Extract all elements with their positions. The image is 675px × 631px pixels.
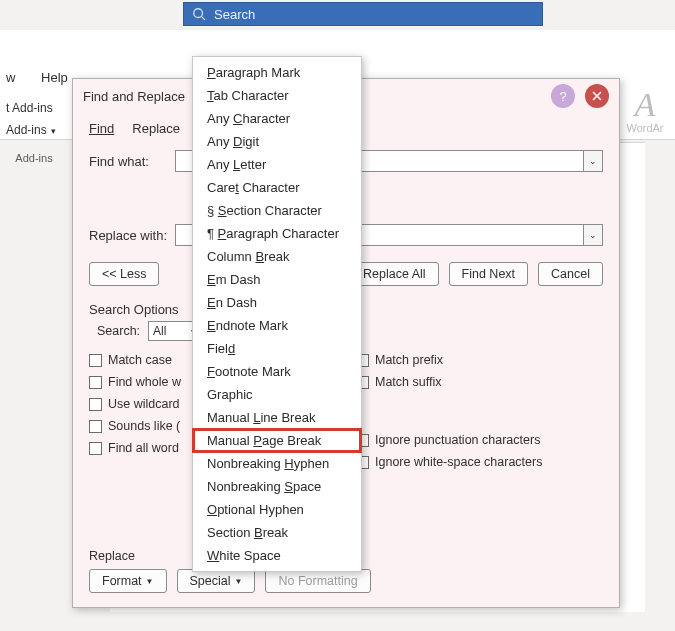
replace-all-button[interactable]: Replace All	[350, 262, 439, 286]
menu-item-any-digit[interactable]: Any Digit	[193, 130, 361, 153]
ribbon-tab-help[interactable]: Help	[41, 70, 68, 85]
checkbox-label: Ignore white-space characters	[375, 455, 542, 469]
addins-group: t Add-ins Add-ins▾	[0, 98, 70, 142]
svg-line-1	[202, 17, 206, 21]
special-menu: Paragraph MarkTab CharacterAny Character…	[192, 56, 362, 572]
menu-item-white-space[interactable]: White Space	[193, 544, 361, 567]
search-direction-label: Search:	[97, 324, 140, 338]
checkbox-label: Match prefix	[375, 353, 443, 367]
checkbox-label: Use wildcard	[108, 397, 180, 411]
checkbox-label: Ignore punctuation characters	[375, 433, 540, 447]
chevron-down-icon: ▾	[51, 126, 56, 136]
replace-with-dropdown[interactable]: ⌄	[583, 224, 603, 246]
less-button[interactable]: << Less	[89, 262, 159, 286]
no-formatting-button[interactable]: No Formatting	[265, 569, 370, 593]
search-placeholder: Search	[214, 7, 255, 22]
option-ignore-white-space-characters[interactable]: Ignore white-space characters	[356, 451, 603, 473]
checkbox-label: Find all word	[108, 441, 179, 455]
find-what-label: Find what:	[89, 154, 175, 169]
help-button[interactable]: ?	[551, 84, 575, 108]
menu-item-tab-character[interactable]: Tab Character	[193, 84, 361, 107]
menu-item-section-break[interactable]: Section Break	[193, 521, 361, 544]
menu-item-any-letter[interactable]: Any Letter	[193, 153, 361, 176]
special-button[interactable]: Special ▼	[177, 569, 256, 593]
wordart-icon: A	[635, 88, 656, 122]
menu-item-en-dash[interactable]: En Dash	[193, 291, 361, 314]
checkbox[interactable]	[89, 442, 102, 455]
menu-item-any-character[interactable]: Any Character	[193, 107, 361, 130]
cancel-button[interactable]: Cancel	[538, 262, 603, 286]
checkbox-label: Match case	[108, 353, 172, 367]
format-button[interactable]: Format ▼	[89, 569, 167, 593]
find-next-button[interactable]: Find Next	[449, 262, 529, 286]
checkbox[interactable]	[89, 398, 102, 411]
menu-item-optional-hyphen[interactable]: Optional Hyphen	[193, 498, 361, 521]
menu-item-em-dash[interactable]: Em Dash	[193, 268, 361, 291]
get-addins-button[interactable]: t Add-ins	[6, 98, 70, 120]
wordart-label: WordAr	[626, 122, 663, 134]
menu-item-graphic[interactable]: Graphic	[193, 383, 361, 406]
my-addins-button[interactable]: Add-ins▾	[6, 120, 70, 142]
checkbox-label: Match suffix	[375, 375, 441, 389]
svg-point-0	[194, 9, 203, 18]
tab-replace[interactable]: Replace	[130, 117, 182, 140]
menu-item--paragraph-character[interactable]: ¶ Paragraph Character	[193, 222, 361, 245]
menu-item-field[interactable]: Field	[193, 337, 361, 360]
search-direction-value: All	[153, 324, 166, 338]
checkbox-label: Find whole w	[108, 375, 181, 389]
menu-item-manual-page-break[interactable]: Manual Page Break	[193, 429, 361, 452]
checkbox-label: Sounds like (	[108, 419, 180, 433]
menu-item-footnote-mark[interactable]: Footnote Mark	[193, 360, 361, 383]
option-match-prefix[interactable]: Match prefix	[356, 349, 603, 371]
menu-item-caret-character[interactable]: Caret Character	[193, 176, 361, 199]
menu-item-endnote-mark[interactable]: Endnote Mark	[193, 314, 361, 337]
addins-caption: Add-ins	[2, 152, 66, 164]
menu-item-paragraph-mark[interactable]: Paragraph Mark	[193, 61, 361, 84]
app-search-bar[interactable]: Search	[183, 2, 543, 26]
ribbon-tab-view-fragment[interactable]: w	[6, 70, 15, 85]
my-addins-label: Add-ins	[6, 123, 47, 137]
search-icon	[192, 7, 206, 21]
menu-item--section-character[interactable]: § Section Character	[193, 199, 361, 222]
tab-find[interactable]: Find	[87, 117, 116, 140]
menu-item-nonbreaking-space[interactable]: Nonbreaking Space	[193, 475, 361, 498]
menu-item-column-break[interactable]: Column Break	[193, 245, 361, 268]
checkbox[interactable]	[89, 420, 102, 433]
checkbox[interactable]	[89, 376, 102, 389]
menu-item-nonbreaking-hyphen[interactable]: Nonbreaking Hyphen	[193, 452, 361, 475]
checkbox[interactable]	[89, 354, 102, 367]
find-what-dropdown[interactable]: ⌄	[583, 150, 603, 172]
menu-item-manual-line-break[interactable]: Manual Line Break	[193, 406, 361, 429]
option-match-suffix[interactable]: Match suffix	[356, 371, 603, 393]
replace-with-label: Replace with:	[89, 228, 175, 243]
close-button[interactable]	[585, 84, 609, 108]
option-ignore-punctuation-characters[interactable]: Ignore punctuation characters	[356, 429, 603, 451]
